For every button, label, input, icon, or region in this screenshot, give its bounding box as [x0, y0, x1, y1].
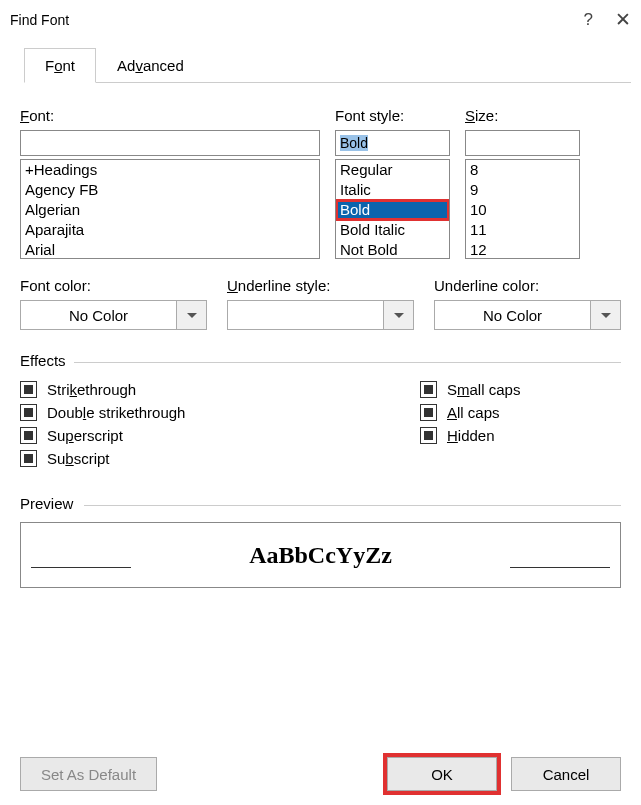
chevron-down-icon[interactable]	[591, 300, 621, 330]
ulcolor-label: Underline color:	[434, 277, 621, 294]
size-label: Size:	[465, 107, 580, 124]
checkbox-icon	[20, 427, 37, 444]
fontcolor-combo[interactable]: No Color	[20, 300, 207, 330]
list-item[interactable]: Arial	[21, 240, 319, 259]
style-input[interactable]: Bold	[335, 130, 450, 156]
list-item[interactable]: +Headings	[21, 160, 319, 180]
fontcolor-label: Font color:	[20, 277, 207, 294]
list-item[interactable]: 9	[466, 180, 579, 200]
font-label: Font:	[20, 107, 320, 124]
tab-strip: Font Advanced	[24, 47, 631, 83]
ulcolor-combo[interactable]: No Color	[434, 300, 621, 330]
preview-group-label: Preview	[20, 495, 621, 512]
size-input[interactable]	[465, 130, 580, 156]
window-title: Find Font	[10, 12, 69, 28]
list-item[interactable]: 11	[466, 220, 579, 240]
font-input[interactable]	[20, 130, 320, 156]
style-listbox[interactable]: Regular Italic Bold Bold Italic Not Bold	[335, 159, 450, 259]
tab-advanced[interactable]: Advanced	[96, 48, 205, 83]
list-item[interactable]: Aparajita	[21, 220, 319, 240]
cancel-button[interactable]: Cancel	[511, 757, 621, 791]
list-item[interactable]: Not Bold	[336, 240, 449, 259]
preview-text: AaBbCcYyZz	[131, 523, 510, 587]
ulstyle-value	[227, 300, 384, 330]
checkbox-smallcaps[interactable]: Small caps	[420, 381, 621, 398]
checkbox-icon	[420, 381, 437, 398]
fontcolor-value: No Color	[20, 300, 177, 330]
effects-group-label: Effects	[20, 352, 621, 369]
list-item[interactable]: Bold	[336, 200, 449, 220]
ulstyle-label: Underline style:	[227, 277, 414, 294]
checkbox-strikethrough[interactable]: Strikethrough	[20, 381, 420, 398]
set-as-default-button[interactable]: Set As Default	[20, 757, 157, 791]
list-item[interactable]: Algerian	[21, 200, 319, 220]
ulstyle-combo[interactable]	[227, 300, 414, 330]
list-item[interactable]: Italic	[336, 180, 449, 200]
help-icon[interactable]: ?	[584, 10, 593, 30]
ok-button[interactable]: OK	[387, 757, 497, 791]
list-item[interactable]: Bold Italic	[336, 220, 449, 240]
checkbox-icon	[20, 404, 37, 421]
titlebar: Find Font ? ✕	[0, 0, 641, 35]
font-listbox[interactable]: +Headings Agency FB Algerian Aparajita A…	[20, 159, 320, 259]
checkbox-hidden[interactable]: Hidden	[420, 427, 621, 444]
checkbox-icon	[420, 427, 437, 444]
checkbox-subscript[interactable]: Subscript	[20, 450, 420, 467]
checkbox-superscript[interactable]: Superscript	[20, 427, 420, 444]
tab-font[interactable]: Font	[24, 48, 96, 83]
preview-box: AaBbCcYyZz	[20, 522, 621, 588]
checkbox-icon	[20, 450, 37, 467]
ulcolor-value: No Color	[434, 300, 591, 330]
list-item[interactable]: Regular	[336, 160, 449, 180]
checkbox-double-strikethrough[interactable]: Double strikethrough	[20, 404, 420, 421]
chevron-down-icon[interactable]	[177, 300, 207, 330]
list-item[interactable]: 8	[466, 160, 579, 180]
size-listbox[interactable]: 8 9 10 11 12	[465, 159, 580, 259]
checkbox-icon	[420, 404, 437, 421]
checkbox-icon	[20, 381, 37, 398]
list-item[interactable]: 12	[466, 240, 579, 259]
close-icon[interactable]: ✕	[615, 8, 631, 31]
chevron-down-icon[interactable]	[384, 300, 414, 330]
list-item[interactable]: 10	[466, 200, 579, 220]
style-label: Font style:	[335, 107, 450, 124]
list-item[interactable]: Agency FB	[21, 180, 319, 200]
checkbox-allcaps[interactable]: All caps	[420, 404, 621, 421]
